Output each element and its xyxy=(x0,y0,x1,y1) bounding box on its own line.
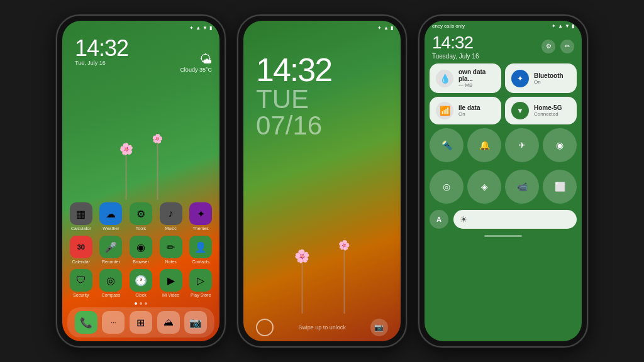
battery-icon-2: ▮ xyxy=(391,25,393,31)
cc-wifi-icon: ▼ xyxy=(565,23,570,29)
themes-icon: ✦ xyxy=(189,202,212,225)
cc-tile-data-title: own data pla... xyxy=(458,69,495,82)
phone3-content: ency calls only ✦ ▲ ▼ ▮ 14:32 Tuesday, J… xyxy=(425,21,582,341)
cc-tile-wifi-sub: Connected xyxy=(534,111,570,117)
app-recorder[interactable]: 🎤 Recorder xyxy=(97,236,125,264)
app-weather[interactable]: ☁ Weather xyxy=(97,202,125,231)
playstore-icon: ▷ xyxy=(189,269,212,292)
location-button[interactable]: ◎ xyxy=(430,170,464,204)
recorder-label: Recorder xyxy=(102,260,120,264)
app-grid-row1: ▦ Calculator ☁ Weather ⚙ Tools ♪ Music ✦ xyxy=(62,200,219,233)
signal-icon-2: ▲ xyxy=(384,25,389,31)
app-themes[interactable]: ✦ Themes xyxy=(187,202,214,231)
status-right: ✦ ▲ ▼ ▮ xyxy=(189,25,212,31)
cc-tile-mobile-text: ile data On xyxy=(458,104,495,117)
portrait-button[interactable]: ◈ xyxy=(467,170,501,204)
app-browser[interactable]: ◉ Browser xyxy=(127,236,155,264)
app-calculator[interactable]: ▦ Calculator xyxy=(67,202,95,231)
notification-button[interactable]: 🔔 xyxy=(467,128,501,162)
screenrecord-button[interactable]: ⬜ xyxy=(543,170,577,204)
lock-date-num: 07/16 xyxy=(256,112,388,139)
contacts-label: Contacts xyxy=(192,260,209,264)
app-compass[interactable]: ◎ Compass xyxy=(97,269,125,297)
dock-camera-icon: 📷 xyxy=(184,311,207,334)
lock-flower-left: 🌸 xyxy=(294,248,310,314)
cc-battery-icon: ▮ xyxy=(572,23,574,29)
airplane-button[interactable]: ✈ xyxy=(505,128,539,162)
bluetooth-icon: ✦ xyxy=(189,25,194,31)
dock-camera[interactable]: 📷 xyxy=(183,311,208,334)
contacts-icon: 👤 xyxy=(189,236,212,258)
bluetooth-tile-icon: ✦ xyxy=(511,70,529,87)
status-right-2: ✦ ▲ ▮ xyxy=(377,25,393,31)
dock-more-icon: ··· xyxy=(102,311,125,334)
tools-label: Tools xyxy=(136,226,146,231)
lock-clock: 14:32 TUE 07/16 xyxy=(243,35,401,139)
cc-tile-bt-title: Bluetooth xyxy=(534,72,570,79)
compass-label: Compass xyxy=(102,293,121,297)
signal-icon: ▲ xyxy=(196,25,201,31)
browser-label: Browser xyxy=(133,260,149,264)
app-playstore[interactable]: ▷ Play Store xyxy=(187,269,214,297)
clock-icon: 🕐 xyxy=(130,269,152,292)
video-button[interactable]: 📹 xyxy=(505,170,539,204)
dnd-button[interactable]: ◉ xyxy=(543,128,577,162)
battery-icon: ▮ xyxy=(209,25,212,31)
flashlight-button[interactable]: 🔦 xyxy=(430,128,464,162)
app-security[interactable]: 🛡 Security xyxy=(67,269,95,297)
cc-tile-bt-sub: On xyxy=(534,79,570,85)
dock-more[interactable]: ··· xyxy=(101,311,126,334)
app-music[interactable]: ♪ Music xyxy=(157,202,185,231)
dock-phone[interactable]: 📞 xyxy=(74,311,99,334)
app-tools[interactable]: ⚙ Tools xyxy=(127,202,155,231)
dock-split[interactable]: ⊞ xyxy=(128,311,153,334)
phone-3: ency calls only ✦ ▲ ▼ ▮ 14:32 Tuesday, J… xyxy=(418,14,588,348)
cc-tile-bluetooth[interactable]: ✦ Bluetooth On xyxy=(505,63,577,93)
phone1-screen: ✦ ▲ ▼ ▮ 14:32 Tue, July 16 🌤 Cloudy 35°C xyxy=(62,21,219,341)
dot-3 xyxy=(145,302,147,305)
auto-label: A xyxy=(436,216,441,223)
app-mivideo[interactable]: ▶ Mi Video xyxy=(157,269,185,297)
cc-bt-icon: ✦ xyxy=(552,23,556,29)
dock-gallery[interactable]: ⛰ xyxy=(156,311,181,334)
cc-signal-icon: ▲ xyxy=(558,23,563,29)
lock-record-button[interactable] xyxy=(256,319,274,336)
data-icon: 💧 xyxy=(436,70,453,87)
cc-brightness-row: A ☀ xyxy=(425,207,582,231)
phone-1: ✦ ▲ ▼ ▮ 14:32 Tue, July 16 🌤 Cloudy 35°C xyxy=(56,14,226,348)
mobile-icon: 📶 xyxy=(436,102,453,119)
lock-camera-button[interactable]: 📷 xyxy=(370,319,388,336)
settings-icon[interactable]: ⚙ xyxy=(541,40,555,53)
flower-left: 🌸 xyxy=(119,142,133,200)
cc-tile-wifi-text: Home-5G Connected xyxy=(534,104,570,117)
home-indicator xyxy=(484,235,522,237)
auto-brightness-button[interactable]: A xyxy=(430,210,448,229)
calendar-icon: 30 xyxy=(70,236,92,258)
app-clock[interactable]: 🕐 Clock xyxy=(127,269,155,297)
cc-tile-data-sub: — MB xyxy=(458,82,495,88)
app-contacts[interactable]: 👤 Contacts xyxy=(187,236,214,264)
edit-icon[interactable]: ✏ xyxy=(560,40,574,53)
app-grid-row3: 🛡 Security ◎ Compass 🕐 Clock ▶ Mi Video … xyxy=(62,266,219,300)
tools-icon: ⚙ xyxy=(130,202,152,225)
music-icon: ♪ xyxy=(160,202,182,225)
phone1-content: ✦ ▲ ▼ ▮ 14:32 Tue, July 16 🌤 Cloudy 35°C xyxy=(62,21,219,341)
browser-icon: ◉ xyxy=(130,236,152,258)
cc-tile-data[interactable]: 💧 own data pla... — MB xyxy=(430,63,501,93)
cc-status-bar: ency calls only ✦ ▲ ▼ ▮ xyxy=(425,21,582,31)
security-label: Security xyxy=(73,293,89,297)
calculator-label: Calculator xyxy=(71,226,91,231)
bt-icon: ✦ xyxy=(377,25,382,31)
status-bar-2: ✦ ▲ ▮ xyxy=(243,21,401,35)
cc-status-text: ency calls only xyxy=(432,23,465,29)
app-calendar[interactable]: 30 Calendar xyxy=(67,236,95,264)
brightness-slider[interactable]: ☀ xyxy=(453,210,577,229)
app-notes[interactable]: ✏ Notes xyxy=(157,236,185,264)
cc-tile-wifi[interactable]: ▼ Home-5G Connected xyxy=(505,97,577,124)
cc-date: Tuesday, July 16 xyxy=(432,53,479,60)
compass-icon: ◎ xyxy=(99,269,122,292)
cc-tile-data-text: own data pla... — MB xyxy=(458,69,495,88)
music-label: Music xyxy=(165,226,176,231)
cc-tile-mobile[interactable]: 📶 ile data On xyxy=(430,97,501,124)
mivideo-label: Mi Video xyxy=(162,293,179,297)
